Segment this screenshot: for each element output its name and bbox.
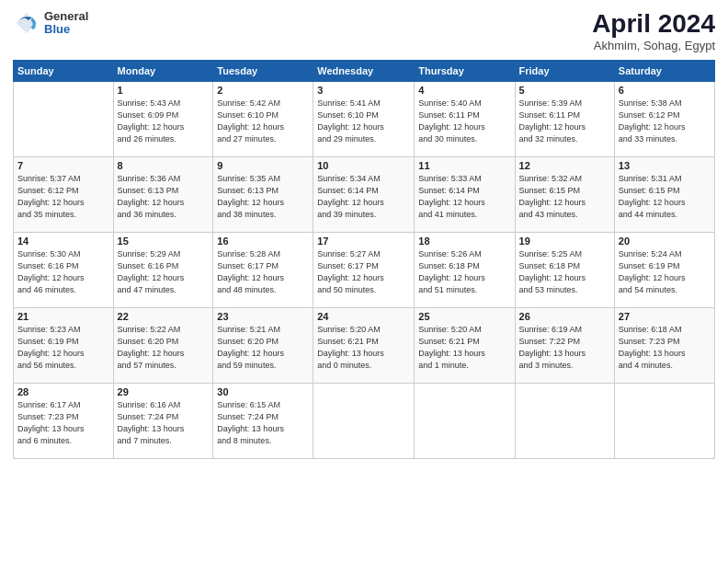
calendar-cell: 18Sunrise: 5:26 AM Sunset: 6:18 PM Dayli… bbox=[415, 233, 515, 308]
calendar-cell: 15Sunrise: 5:29 AM Sunset: 6:16 PM Dayli… bbox=[113, 233, 213, 308]
calendar-cell: 14Sunrise: 5:30 AM Sunset: 6:16 PM Dayli… bbox=[14, 233, 114, 308]
day-info: Sunrise: 5:38 AM Sunset: 6:12 PM Dayligh… bbox=[619, 98, 711, 145]
day-info: Sunrise: 5:40 AM Sunset: 6:11 PM Dayligh… bbox=[418, 98, 510, 145]
calendar-week-row-3: 14Sunrise: 5:30 AM Sunset: 6:16 PM Dayli… bbox=[14, 233, 715, 308]
header: General Blue April 2024 Akhmim, Sohag, E… bbox=[13, 9, 715, 52]
calendar-cell: 24Sunrise: 5:20 AM Sunset: 6:21 PM Dayli… bbox=[313, 308, 415, 384]
calendar-week-row-4: 21Sunrise: 5:23 AM Sunset: 6:19 PM Dayli… bbox=[14, 308, 715, 384]
day-info: Sunrise: 5:20 AM Sunset: 6:21 PM Dayligh… bbox=[317, 324, 410, 372]
calendar-week-row-1: 1Sunrise: 5:43 AM Sunset: 6:09 PM Daylig… bbox=[14, 82, 715, 157]
day-number: 21 bbox=[17, 311, 109, 322]
calendar-cell: 29Sunrise: 6:16 AM Sunset: 7:24 PM Dayli… bbox=[113, 384, 213, 459]
day-number: 27 bbox=[619, 311, 711, 322]
day-info: Sunrise: 5:35 AM Sunset: 6:13 PM Dayligh… bbox=[217, 173, 309, 221]
day-info: Sunrise: 5:33 AM Sunset: 6:14 PM Dayligh… bbox=[418, 173, 510, 221]
day-number: 15 bbox=[118, 236, 210, 247]
day-info: Sunrise: 6:17 AM Sunset: 7:23 PM Dayligh… bbox=[17, 399, 109, 447]
day-number: 3 bbox=[317, 85, 410, 96]
logo-icon bbox=[13, 9, 40, 37]
day-info: Sunrise: 5:34 AM Sunset: 6:14 PM Dayligh… bbox=[317, 173, 410, 221]
calendar-cell: 22Sunrise: 5:22 AM Sunset: 6:20 PM Dayli… bbox=[113, 308, 213, 384]
weekday-header-thursday: Thursday bbox=[415, 61, 515, 82]
calendar-cell: 27Sunrise: 6:18 AM Sunset: 7:23 PM Dayli… bbox=[614, 308, 714, 384]
day-info: Sunrise: 6:18 AM Sunset: 7:23 PM Dayligh… bbox=[619, 324, 711, 372]
day-number: 30 bbox=[217, 386, 309, 397]
day-number: 7 bbox=[17, 160, 109, 171]
day-number: 13 bbox=[619, 160, 711, 171]
day-number: 6 bbox=[619, 85, 711, 96]
day-number: 20 bbox=[619, 236, 711, 247]
day-number: 4 bbox=[418, 85, 510, 96]
day-info: Sunrise: 5:37 AM Sunset: 6:12 PM Dayligh… bbox=[17, 173, 109, 221]
calendar-cell: 19Sunrise: 5:25 AM Sunset: 6:18 PM Dayli… bbox=[515, 233, 614, 308]
calendar-cell bbox=[515, 384, 614, 459]
weekday-header-friday: Friday bbox=[515, 61, 614, 82]
day-info: Sunrise: 5:32 AM Sunset: 6:15 PM Dayligh… bbox=[519, 173, 610, 221]
day-number: 14 bbox=[17, 236, 109, 247]
day-number: 17 bbox=[317, 236, 410, 247]
day-info: Sunrise: 5:22 AM Sunset: 6:20 PM Dayligh… bbox=[118, 324, 210, 372]
calendar-cell: 16Sunrise: 5:28 AM Sunset: 6:17 PM Dayli… bbox=[213, 233, 313, 308]
day-info: Sunrise: 5:43 AM Sunset: 6:09 PM Dayligh… bbox=[118, 98, 210, 145]
day-info: Sunrise: 5:23 AM Sunset: 6:19 PM Dayligh… bbox=[17, 324, 109, 372]
day-number: 10 bbox=[317, 160, 410, 171]
day-number: 8 bbox=[118, 160, 210, 171]
day-number: 9 bbox=[217, 160, 309, 171]
calendar-cell bbox=[614, 384, 714, 459]
logo-blue-text: Blue bbox=[44, 23, 88, 36]
day-info: Sunrise: 5:27 AM Sunset: 6:17 PM Dayligh… bbox=[317, 248, 410, 296]
day-number: 23 bbox=[217, 311, 309, 322]
day-info: Sunrise: 5:41 AM Sunset: 6:10 PM Dayligh… bbox=[317, 98, 410, 145]
day-info: Sunrise: 5:28 AM Sunset: 6:17 PM Dayligh… bbox=[217, 248, 309, 296]
calendar-cell: 9Sunrise: 5:35 AM Sunset: 6:13 PM Daylig… bbox=[213, 157, 313, 233]
calendar-cell: 30Sunrise: 6:15 AM Sunset: 7:24 PM Dayli… bbox=[213, 384, 313, 459]
day-number: 5 bbox=[519, 85, 610, 96]
day-info: Sunrise: 6:16 AM Sunset: 7:24 PM Dayligh… bbox=[118, 399, 210, 447]
calendar-cell: 25Sunrise: 5:20 AM Sunset: 6:21 PM Dayli… bbox=[415, 308, 515, 384]
day-info: Sunrise: 5:30 AM Sunset: 6:16 PM Dayligh… bbox=[17, 248, 109, 296]
day-info: Sunrise: 5:26 AM Sunset: 6:18 PM Dayligh… bbox=[418, 248, 510, 296]
day-info: Sunrise: 5:20 AM Sunset: 6:21 PM Dayligh… bbox=[418, 324, 510, 372]
calendar-cell: 5Sunrise: 5:39 AM Sunset: 6:11 PM Daylig… bbox=[515, 82, 614, 157]
calendar-cell: 13Sunrise: 5:31 AM Sunset: 6:15 PM Dayli… bbox=[614, 157, 714, 233]
logo: General Blue bbox=[13, 9, 88, 37]
weekday-header-row: SundayMondayTuesdayWednesdayThursdayFrid… bbox=[14, 61, 715, 82]
day-number: 24 bbox=[317, 311, 410, 322]
weekday-header-saturday: Saturday bbox=[614, 61, 714, 82]
calendar-cell: 2Sunrise: 5:42 AM Sunset: 6:10 PM Daylig… bbox=[213, 82, 313, 157]
day-info: Sunrise: 5:42 AM Sunset: 6:10 PM Dayligh… bbox=[217, 98, 309, 145]
main-title: April 2024 bbox=[592, 9, 715, 39]
day-number: 12 bbox=[519, 160, 610, 171]
calendar-cell: 20Sunrise: 5:24 AM Sunset: 6:19 PM Dayli… bbox=[614, 233, 714, 308]
calendar-cell: 28Sunrise: 6:17 AM Sunset: 7:23 PM Dayli… bbox=[14, 384, 114, 459]
calendar-cell: 10Sunrise: 5:34 AM Sunset: 6:14 PM Dayli… bbox=[313, 157, 415, 233]
logo-general-text: General bbox=[44, 10, 88, 23]
calendar-cell: 3Sunrise: 5:41 AM Sunset: 6:10 PM Daylig… bbox=[313, 82, 415, 157]
calendar-week-row-5: 28Sunrise: 6:17 AM Sunset: 7:23 PM Dayli… bbox=[14, 384, 715, 459]
day-number: 18 bbox=[418, 236, 510, 247]
calendar-cell: 1Sunrise: 5:43 AM Sunset: 6:09 PM Daylig… bbox=[113, 82, 213, 157]
calendar-cell bbox=[14, 82, 114, 157]
day-number: 29 bbox=[118, 386, 210, 397]
calendar-cell bbox=[415, 384, 515, 459]
weekday-header-wednesday: Wednesday bbox=[313, 61, 415, 82]
day-info: Sunrise: 5:21 AM Sunset: 6:20 PM Dayligh… bbox=[217, 324, 309, 372]
day-info: Sunrise: 5:25 AM Sunset: 6:18 PM Dayligh… bbox=[519, 248, 610, 296]
page: General Blue April 2024 Akhmim, Sohag, E… bbox=[0, 0, 728, 563]
weekday-header-tuesday: Tuesday bbox=[213, 61, 313, 82]
day-number: 11 bbox=[418, 160, 510, 171]
calendar-cell: 23Sunrise: 5:21 AM Sunset: 6:20 PM Dayli… bbox=[213, 308, 313, 384]
day-info: Sunrise: 5:36 AM Sunset: 6:13 PM Dayligh… bbox=[118, 173, 210, 221]
calendar-cell: 11Sunrise: 5:33 AM Sunset: 6:14 PM Dayli… bbox=[415, 157, 515, 233]
weekday-header-monday: Monday bbox=[113, 61, 213, 82]
calendar-cell: 6Sunrise: 5:38 AM Sunset: 6:12 PM Daylig… bbox=[614, 82, 714, 157]
day-number: 28 bbox=[17, 386, 109, 397]
day-number: 26 bbox=[519, 311, 610, 322]
subtitle: Akhmim, Sohag, Egypt bbox=[592, 39, 715, 52]
weekday-header-sunday: Sunday bbox=[14, 61, 114, 82]
calendar-week-row-2: 7Sunrise: 5:37 AM Sunset: 6:12 PM Daylig… bbox=[14, 157, 715, 233]
calendar-cell: 8Sunrise: 5:36 AM Sunset: 6:13 PM Daylig… bbox=[113, 157, 213, 233]
calendar-cell: 12Sunrise: 5:32 AM Sunset: 6:15 PM Dayli… bbox=[515, 157, 614, 233]
day-info: Sunrise: 6:15 AM Sunset: 7:24 PM Dayligh… bbox=[217, 399, 309, 447]
day-number: 22 bbox=[118, 311, 210, 322]
